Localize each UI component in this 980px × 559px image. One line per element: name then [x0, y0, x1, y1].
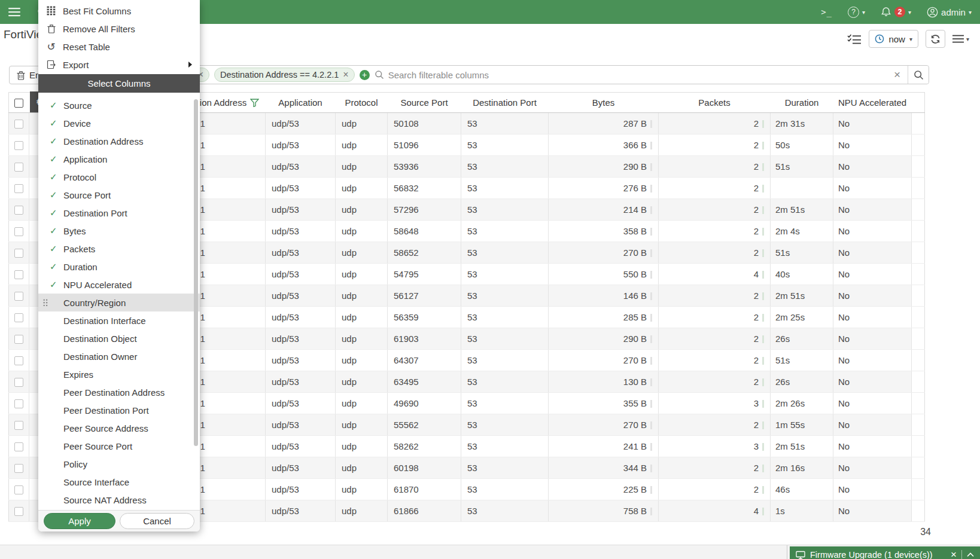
- column-option[interactable]: ✓ Destination Object: [38, 329, 200, 347]
- menu-item-reset-table[interactable]: ↺ Reset Table: [38, 38, 200, 56]
- cell-bytes[interactable]: 270 B: [549, 350, 659, 371]
- filter-chip[interactable]: Destination Address == 4.2.2.1 ×: [214, 68, 355, 82]
- cell-bytes[interactable]: 290 B: [549, 156, 659, 178]
- column-option[interactable]: ✓ Country/Region: [38, 294, 200, 311]
- user-menu[interactable]: admin ▾: [927, 7, 972, 18]
- cell-bytes[interactable]: 241 B: [549, 436, 659, 457]
- column-option[interactable]: ✓ Destination Interface: [38, 311, 200, 329]
- col-destination-port[interactable]: Destination Port: [461, 93, 549, 113]
- cell-packets[interactable]: 3: [659, 436, 771, 457]
- cell-packets[interactable]: 2: [659, 178, 771, 199]
- row-checkbox[interactable]: [14, 507, 23, 516]
- cell-packets[interactable]: 2: [659, 328, 771, 350]
- row-checkbox[interactable]: [14, 292, 23, 301]
- notifications-menu[interactable]: 2 ▾: [881, 7, 911, 17]
- column-option[interactable]: ✓ NPU Accelerated: [38, 276, 200, 294]
- cell-packets[interactable]: 2: [659, 307, 771, 328]
- row-checkbox[interactable]: [14, 421, 23, 430]
- cell-packets[interactable]: 2: [659, 457, 771, 479]
- row-checkbox[interactable]: [14, 464, 23, 473]
- column-option[interactable]: ✓ Source: [38, 96, 200, 114]
- filter-bar[interactable]: × Destination Address == 4.2.2.1 × + Sea…: [89, 65, 929, 84]
- cell-packets[interactable]: 2: [659, 371, 771, 393]
- cell-packets[interactable]: 2: [659, 242, 771, 264]
- column-filter-toggle-button[interactable]: [847, 34, 862, 44]
- col-source-port[interactable]: Source Port: [388, 93, 461, 113]
- column-option[interactable]: ✓ Bytes: [38, 222, 200, 240]
- cell-packets[interactable]: 4: [659, 500, 771, 522]
- help-menu[interactable]: ? ▾: [848, 7, 865, 18]
- row-checkbox[interactable]: [14, 206, 23, 215]
- col-duration[interactable]: Duration: [771, 93, 833, 113]
- row-checkbox[interactable]: [14, 163, 23, 172]
- row-checkbox[interactable]: [14, 335, 23, 344]
- column-option[interactable]: ✓ Expires: [38, 365, 200, 383]
- cell-bytes[interactable]: 758 B: [549, 500, 659, 522]
- cancel-button[interactable]: Cancel: [120, 513, 194, 529]
- cell-packets[interactable]: 3: [659, 393, 771, 414]
- column-option[interactable]: ✓ Peer Source Address: [38, 419, 200, 437]
- col-application[interactable]: Application: [266, 93, 336, 113]
- row-checkbox[interactable]: [14, 120, 23, 129]
- column-option[interactable]: ✓ Device: [38, 114, 200, 132]
- chevron-up-icon[interactable]: [967, 552, 974, 557]
- column-option[interactable]: ✓ Destination Address: [38, 132, 200, 150]
- menu-scrollbar[interactable]: [194, 99, 198, 446]
- cell-bytes[interactable]: 270 B: [549, 242, 659, 264]
- column-option[interactable]: ✓ Source NAT Address: [38, 491, 200, 509]
- column-option[interactable]: ✓ Peer Destination Port: [38, 401, 200, 419]
- column-option[interactable]: ✓ Destination Port: [38, 204, 200, 222]
- cli-console-icon[interactable]: >_: [821, 7, 832, 17]
- cell-bytes[interactable]: 355 B: [549, 393, 659, 414]
- row-checkbox[interactable]: [14, 399, 23, 408]
- col-npu-accelerated[interactable]: NPU Accelerated: [833, 93, 912, 113]
- cell-bytes[interactable]: 270 B: [549, 414, 659, 436]
- cell-bytes[interactable]: 214 B: [549, 199, 659, 221]
- row-checkbox[interactable]: [14, 270, 23, 279]
- menu-item-best-fit-columns[interactable]: Best Fit Columns: [38, 2, 200, 20]
- firmware-upgrade-task-panel[interactable]: Firmware Upgrade (1 device(s)) ×: [790, 546, 980, 559]
- column-option[interactable]: ✓ Duration: [38, 258, 200, 276]
- cell-packets[interactable]: 2: [659, 479, 771, 500]
- cell-bytes[interactable]: 358 B: [549, 221, 659, 242]
- cell-packets[interactable]: 2: [659, 113, 771, 135]
- column-option[interactable]: ✓ Source Interface: [38, 473, 200, 491]
- cell-bytes[interactable]: 344 B: [549, 457, 659, 479]
- col-bytes[interactable]: Bytes: [549, 93, 659, 113]
- column-option[interactable]: ✓ Peer Source Port: [38, 437, 200, 455]
- cell-bytes[interactable]: 146 B: [549, 285, 659, 307]
- column-option[interactable]: ✓ Policy: [38, 455, 200, 473]
- col-protocol[interactable]: Protocol: [336, 93, 388, 113]
- row-checkbox[interactable]: [14, 485, 23, 494]
- drag-handle-icon[interactable]: [43, 299, 48, 307]
- row-checkbox[interactable]: [14, 378, 23, 387]
- refresh-button[interactable]: [926, 30, 945, 48]
- cell-packets[interactable]: 4: [659, 264, 771, 285]
- cell-bytes[interactable]: 287 B: [549, 113, 659, 135]
- column-option[interactable]: ✓ Source Port: [38, 186, 200, 204]
- hamburger-menu-icon[interactable]: [8, 7, 20, 17]
- col-packets[interactable]: Packets: [659, 93, 771, 113]
- cell-packets[interactable]: 2: [659, 156, 771, 178]
- cell-packets[interactable]: 2: [659, 199, 771, 221]
- cell-bytes[interactable]: 550 B: [549, 264, 659, 285]
- cell-bytes[interactable]: 290 B: [549, 328, 659, 350]
- apply-search-button[interactable]: [908, 66, 929, 84]
- cell-packets[interactable]: 2: [659, 414, 771, 436]
- row-checkbox[interactable]: [14, 184, 23, 193]
- cell-bytes[interactable]: 225 B: [549, 479, 659, 500]
- cell-packets[interactable]: 2: [659, 135, 771, 156]
- cell-packets[interactable]: 2: [659, 350, 771, 371]
- remove-filter-icon[interactable]: ×: [343, 69, 348, 80]
- cell-bytes[interactable]: 276 B: [549, 178, 659, 199]
- column-option[interactable]: ✓ Peer Destination Address: [38, 383, 200, 401]
- menu-item-export[interactable]: Export: [38, 56, 200, 74]
- menu-item-remove-all-filters[interactable]: Remove All Filters: [38, 20, 200, 38]
- table-options-menu[interactable]: ▾: [952, 35, 969, 43]
- cell-packets[interactable]: 2: [659, 221, 771, 242]
- cell-bytes[interactable]: 285 B: [549, 307, 659, 328]
- column-option[interactable]: ✓ Application: [38, 150, 200, 168]
- cell-bytes[interactable]: 366 B: [549, 135, 659, 156]
- add-filter-icon[interactable]: +: [360, 70, 370, 80]
- column-option[interactable]: ✓ Packets: [38, 240, 200, 258]
